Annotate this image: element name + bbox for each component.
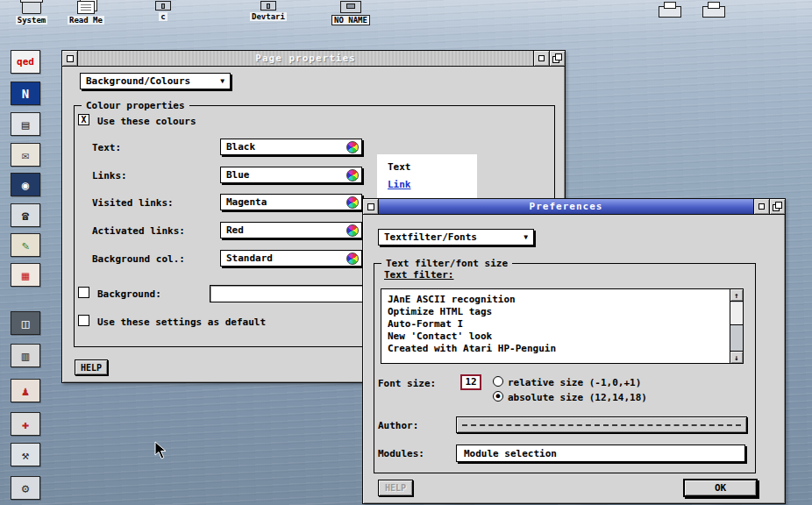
font-size-input[interactable]: 12: [460, 374, 481, 390]
fuller-icon: [555, 53, 562, 60]
desktop-icon-readme[interactable]: Read Me: [61, 1, 110, 25]
desktop-icon-drive-c[interactable]: c: [139, 1, 188, 21]
use-colours-checkbox[interactable]: X: [78, 114, 89, 125]
colour-preview: Text Link: [377, 154, 477, 202]
background-colour-popup[interactable]: Standard: [220, 250, 362, 267]
page-properties-titlebar[interactable]: Page properties: [62, 51, 565, 67]
links-colour-popup[interactable]: Blue: [220, 167, 362, 183]
copy-windows-icon[interactable]: ◫: [11, 311, 40, 335]
desktop-icon-label: c: [159, 12, 167, 21]
icon-glyph: ◉: [22, 179, 29, 191]
documents-icon: [77, 1, 95, 14]
up-arrow-icon: ↑: [734, 291, 738, 300]
window-title: Preferences: [379, 199, 753, 214]
ok-button[interactable]: OK: [683, 479, 758, 497]
author-label: Author:: [378, 420, 418, 431]
colour-wheel-icon: [346, 196, 359, 209]
filter-list-items: JAnE ASCII recognition Optimize HTML tag…: [381, 289, 729, 363]
absolute-size-label: absolute size (12,14,18): [508, 392, 647, 403]
icon-glyph: ◫: [22, 317, 29, 330]
chevron-down-icon: ▼: [524, 233, 528, 241]
list-item[interactable]: Auto-Format I: [388, 318, 729, 331]
help-button[interactable]: HELP: [75, 359, 108, 375]
shredder-icon: [659, 6, 681, 18]
desktop-icon-label: Devtari: [250, 12, 287, 21]
desktop-icon-printer[interactable]: [689, 1, 738, 18]
preferences-titlebar[interactable]: Preferences: [363, 199, 785, 215]
desktop-icon-devtari[interactable]: Devtari: [244, 1, 293, 21]
icon-glyph: ☎: [22, 210, 29, 222]
help-button[interactable]: HELP: [378, 480, 413, 496]
n-browser-icon[interactable]: N: [11, 82, 40, 105]
iconify-icon: [538, 55, 545, 61]
activated-links-colour-popup[interactable]: Red: [220, 222, 362, 238]
desktop-icon-no-name[interactable]: NO NAME: [326, 1, 375, 25]
fax-icon[interactable]: ☎: [11, 203, 40, 227]
preferences-window[interactable]: Preferences Textfilter/Fonts ▼ Text filt…: [362, 198, 786, 504]
pen-draw-icon[interactable]: ✎: [11, 233, 40, 257]
default-settings-checkbox[interactable]: [78, 315, 89, 326]
close-button[interactable]: [62, 51, 78, 66]
close-button[interactable]: [363, 199, 379, 214]
icon-glyph: ⚒: [22, 449, 29, 461]
list-item[interactable]: New 'Contact' look: [388, 331, 729, 343]
list-scrollbar[interactable]: ↑ ↓: [730, 289, 743, 363]
close-icon: [367, 203, 374, 210]
colour-wheel-icon: [346, 252, 359, 265]
activated-links-colour-label: Activated links:: [92, 225, 185, 237]
fuller-button[interactable]: [769, 199, 785, 214]
visited-links-colour-label: Visited links:: [92, 197, 174, 209]
chevron-down-icon: ▼: [220, 77, 224, 85]
fuller-icon: [775, 202, 782, 209]
desktop-icon-system[interactable]: System: [7, 1, 56, 25]
gear-settings-icon[interactable]: ⚙: [11, 476, 40, 500]
category-dropdown[interactable]: Background/Colours ▼: [80, 73, 231, 89]
group-legend: Colour properties: [82, 100, 189, 111]
colour-wheel-icon: [346, 169, 359, 181]
text-colour-popup[interactable]: Black: [220, 139, 362, 155]
popup-value: Black: [226, 141, 255, 153]
cross-tool-icon[interactable]: ✚: [11, 412, 40, 436]
group-legend: Text filter/font size: [381, 258, 512, 269]
visited-links-colour-popup[interactable]: Magenta: [220, 194, 362, 210]
module-selection-button[interactable]: Module selection: [456, 445, 745, 462]
preview-link[interactable]: Link: [388, 179, 467, 190]
author-input[interactable]: [456, 416, 747, 433]
printer-icon: [702, 6, 725, 18]
absolute-size-radio[interactable]: ●: [493, 391, 503, 402]
qed-editor-icon[interactable]: qed: [11, 50, 40, 74]
icon-glyph: N: [22, 88, 29, 100]
desktop-icon-shredder[interactable]: [645, 1, 694, 18]
list-item[interactable]: Optimize HTML tags: [388, 306, 729, 318]
trash-icon: [22, 1, 41, 14]
list-item[interactable]: Created with Atari HP-Penguin: [388, 343, 729, 355]
relative-size-radio[interactable]: [493, 376, 503, 387]
list-item[interactable]: JAnE ASCII recognition: [388, 294, 729, 306]
background-colour-label: Background col.:: [92, 253, 185, 265]
background-image-checkbox[interactable]: [78, 287, 89, 298]
desktop-icon-label: System: [16, 16, 48, 25]
mosaic-icon[interactable]: ▦: [11, 263, 40, 287]
dashed-line: [462, 424, 741, 426]
person-icon[interactable]: ♟: [11, 379, 40, 402]
iconify-button[interactable]: [533, 51, 549, 66]
scroll-thumb[interactable]: [730, 302, 743, 325]
popup-value: Standard: [226, 252, 273, 264]
scroll-down-button[interactable]: ↓: [730, 351, 743, 363]
prefs-category-dropdown[interactable]: Textfilter/Fonts ▼: [378, 229, 534, 245]
fuller-button[interactable]: [549, 51, 565, 66]
disk-drive-icon: [340, 1, 361, 13]
disk-drive-icon: [260, 1, 276, 11]
clipboard-icon[interactable]: ▥: [11, 344, 40, 367]
eye-viewer-icon[interactable]: ◉: [11, 173, 40, 196]
icon-glyph: ▤: [22, 118, 29, 131]
popup-value: Magenta: [226, 196, 267, 208]
iconify-button[interactable]: [753, 199, 769, 214]
desktop-icon-label: NO NAME: [331, 15, 370, 25]
printer-queue-icon[interactable]: ▤: [11, 112, 40, 136]
hammer-tools-icon[interactable]: ⚒: [11, 443, 40, 466]
scroll-up-button[interactable]: ↑: [730, 289, 743, 302]
iconify-icon: [759, 203, 765, 210]
mail-cards-icon[interactable]: ✉: [11, 143, 40, 167]
filter-list[interactable]: JAnE ASCII recognition Optimize HTML tag…: [381, 288, 744, 364]
